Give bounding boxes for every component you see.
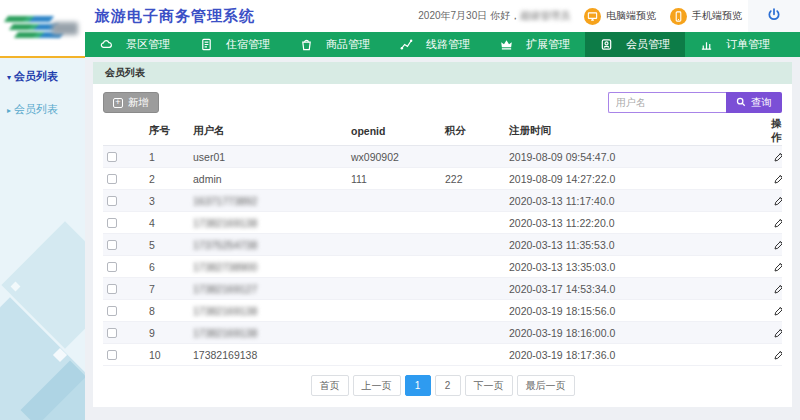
row-register-time: 2020-03-19 18:16:00.0 [509, 327, 615, 339]
column-header-1: 序号 [145, 117, 189, 146]
row-checkbox[interactable] [107, 240, 117, 250]
power-icon [766, 7, 782, 25]
row-register-time: 2020-03-13 11:17:40.0 [509, 195, 614, 207]
row-username: admin [193, 173, 222, 185]
edit-button[interactable] [773, 151, 782, 163]
table-row: 10173821691382020-03-19 18:17:36.0 [103, 344, 782, 366]
edit-button[interactable] [773, 349, 782, 361]
row-checkbox[interactable] [107, 196, 117, 206]
row-register-time: 2020-03-13 13:35:03.0 [509, 261, 615, 273]
toolbar: + 新增 查询 [103, 92, 782, 113]
mobile-preview-button[interactable]: 手机端预览 [670, 8, 742, 25]
row-username: 17382169127 [193, 283, 257, 295]
header-checkbox-column [103, 117, 145, 146]
triangle-down-icon: ▾ [7, 73, 11, 82]
page-button-6[interactable]: 最后一页 [517, 375, 575, 396]
sidebar-item-2[interactable]: ▸会员列表 [0, 88, 85, 121]
row-checkbox[interactable] [107, 152, 117, 162]
nav-item-label: 订单管理 [726, 37, 770, 52]
order-chart-icon [700, 38, 713, 51]
row-number: 8 [149, 305, 155, 317]
sidebar-item-label: 会员列表 [14, 70, 58, 82]
search-input[interactable] [608, 92, 726, 113]
row-checkbox[interactable] [107, 328, 117, 338]
row-checkbox[interactable] [107, 284, 117, 294]
goods-bag-icon [300, 38, 313, 51]
search-button[interactable]: 查询 [726, 92, 782, 113]
edit-button[interactable] [773, 327, 782, 339]
column-header-3: openid [347, 117, 441, 146]
add-button[interactable]: + 新增 [103, 92, 159, 113]
nav-item-label: 住宿管理 [226, 37, 270, 52]
pc-preview-button[interactable]: 电脑端预览 [584, 8, 656, 25]
scenic-cloud-icon [100, 38, 113, 51]
row-number: 10 [149, 349, 161, 361]
column-header-2: 用户名 [189, 117, 347, 146]
row-number: 3 [149, 195, 155, 207]
content-card: + 新增 查询 序号用户名openid积分注册时间操作 1user01wx090… [93, 84, 792, 407]
nav-item-4[interactable]: 线路管理 [385, 32, 485, 57]
row-checkbox[interactable] [107, 306, 117, 316]
sidebar-pattern [0, 200, 85, 420]
row-register-time: 2020-03-19 18:15:56.0 [509, 305, 615, 317]
page-button-2[interactable]: 上一页 [353, 375, 401, 396]
table-row: 5173752547382020-03-13 11:35:53.0 [103, 234, 782, 256]
row-openid: 111 [351, 173, 367, 185]
edit-button[interactable] [773, 239, 782, 251]
row-register-time: 2020-03-13 11:22:20.0 [509, 217, 614, 229]
sidebar-item-1[interactable]: ▾会员列表 [0, 58, 85, 88]
nav-item-1[interactable]: 景区管理 [85, 32, 185, 57]
row-checkbox[interactable] [107, 174, 117, 184]
page-button-3[interactable]: 1 [405, 375, 431, 396]
edit-button[interactable] [773, 261, 782, 273]
row-register-time: 2019-08-09 09:54:47.0 [509, 151, 615, 163]
edit-button[interactable] [773, 195, 782, 207]
sidebar-item-label: 会员列表 [14, 103, 58, 115]
nav-item-2[interactable]: 住宿管理 [185, 32, 285, 57]
page-button-4[interactable]: 2 [435, 375, 461, 396]
nav-item-7[interactable]: 订单管理 [685, 32, 785, 57]
logout-button[interactable] [748, 0, 800, 32]
triangle-right-icon: ▸ [7, 106, 11, 115]
crown-icon [500, 38, 513, 51]
column-header-4: 积分 [441, 117, 505, 146]
row-number: 9 [149, 327, 155, 339]
top-header: 旅游电子商务管理系统 2020年7月30日 你好，超级管理员 电脑端预览 手机端… [0, 0, 800, 32]
edit-button[interactable] [773, 173, 782, 185]
monitor-icon [584, 8, 601, 25]
row-number: 7 [149, 283, 155, 295]
edit-button[interactable] [773, 217, 782, 229]
breadcrumb: 会员列表 [93, 62, 792, 84]
table-row: 9173821691382020-03-19 18:16:00.0 [103, 322, 782, 344]
mobile-preview-label: 手机端预览 [692, 9, 742, 23]
pc-preview-label: 电脑端预览 [606, 9, 656, 23]
row-number: 5 [149, 239, 155, 251]
add-button-label: 新增 [128, 96, 149, 110]
row-username: 17382169138 [193, 327, 257, 339]
search-button-label: 查询 [751, 96, 772, 110]
page-button-1[interactable]: 首页 [311, 375, 349, 396]
row-number: 4 [149, 217, 155, 229]
row-checkbox[interactable] [107, 218, 117, 228]
row-checkbox[interactable] [107, 350, 117, 360]
search-bar: 查询 [608, 92, 782, 113]
main-content: 会员列表 + 新增 查询 序号用户名openid积分注册时间操作 1user01… [85, 57, 800, 420]
nav-item-6[interactable]: 会员管理 [585, 32, 685, 57]
nav-item-3[interactable]: 商品管理 [285, 32, 385, 57]
sidebar: ▾会员列表▸会员列表 [0, 56, 85, 420]
edit-button[interactable] [773, 305, 782, 317]
row-username: 17382169138 [193, 349, 257, 361]
edit-button[interactable] [773, 283, 782, 295]
table-row: 6173827389002020-03-13 13:35:03.0 [103, 256, 782, 278]
table-row: 2admin1112222019-08-09 14:27:22.0 [103, 168, 782, 190]
nav-item-5[interactable]: 扩展管理 [485, 32, 585, 57]
row-username: 17375254738 [193, 239, 257, 251]
search-icon [736, 97, 746, 109]
table-row: 1user01wx0909022019-08-09 09:54:47.0 [103, 146, 782, 168]
row-checkbox[interactable] [107, 262, 117, 272]
page-button-5[interactable]: 下一页 [465, 375, 513, 396]
nav-item-label: 会员管理 [626, 37, 670, 52]
member-badge-icon [600, 38, 613, 51]
phone-icon [670, 8, 687, 25]
row-register-time: 2020-03-13 11:35:53.0 [509, 239, 614, 251]
